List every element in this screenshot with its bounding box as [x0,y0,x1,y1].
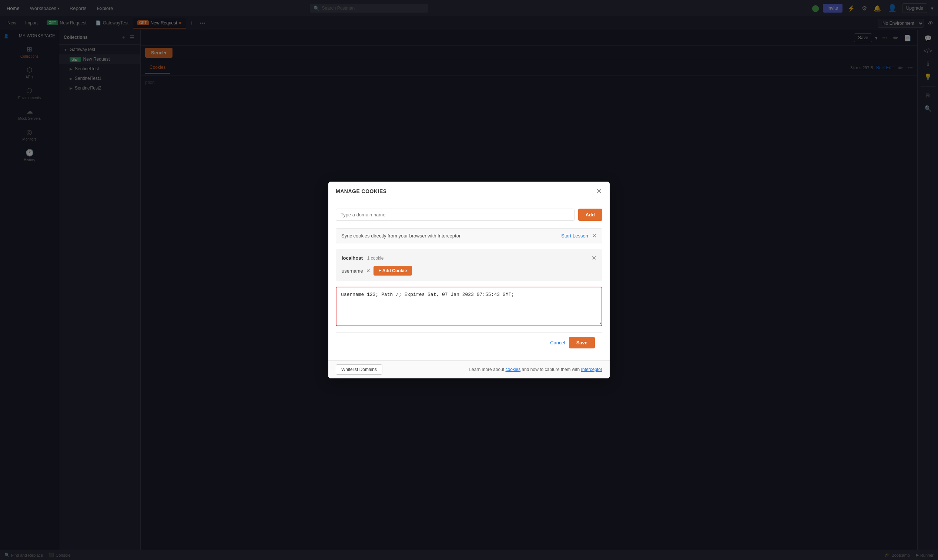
cookie-domain-section: localhost 1 cookie ✕ username ✕ + Add Co… [336,249,602,281]
whitelist-domains-button[interactable]: Whitelist Domains [336,364,383,375]
cancel-button[interactable]: Cancel [550,340,565,345]
save-cookie-button[interactable]: Save [569,337,595,348]
modal-action-footer: Cancel Save [336,332,602,353]
cookie-remove-button[interactable]: ✕ [366,268,370,274]
modal-overlay[interactable]: MANAGE COOKIES ✕ Add Sync cookies direct… [0,0,938,560]
cookie-name-label: username [342,268,363,274]
cookie-value-textarea[interactable]: username=123; Path=/; Expires=Sat, 07 Ja… [336,288,602,325]
sync-banner-text: Sync cookies directly from your browser … [341,233,460,238]
modal-title: MANAGE COOKIES [336,188,387,194]
sync-banner-actions: Start Lesson ✕ [561,232,597,239]
cookie-domain-info: localhost 1 cookie [342,255,384,261]
add-domain-button[interactable]: Add [578,209,602,221]
interceptor-link[interactable]: Interceptor [581,367,602,372]
cookies-link[interactable]: cookies [505,367,520,372]
modal-body: Add Sync cookies directly from your brow… [328,201,610,360]
learn-more-text: Learn more about cookies and how to capt… [469,367,602,372]
domain-input-row: Add [336,209,602,221]
manage-cookies-modal: MANAGE COOKIES ✕ Add Sync cookies direct… [328,182,610,378]
modal-close-button[interactable]: ✕ [596,188,602,195]
cookie-textarea-wrapper: username=123; Path=/; Expires=Sat, 07 Ja… [336,287,602,326]
cookie-domain-name: localhost [342,255,363,261]
add-cookie-button[interactable]: + Add Cookie [373,266,412,275]
modal-header: MANAGE COOKIES ✕ [328,182,610,201]
start-lesson-link[interactable]: Start Lesson [561,233,588,238]
sync-banner-close[interactable]: ✕ [592,232,597,239]
domain-name-input[interactable] [336,209,574,221]
cookie-domain-close-button[interactable]: ✕ [591,254,596,262]
cookie-domain-header: localhost 1 cookie ✕ [342,254,596,262]
cookie-entry-row: username ✕ + Add Cookie [342,266,596,275]
cookie-count: 1 cookie [367,255,384,261]
sync-banner: Sync cookies directly from your browser … [336,228,602,243]
modal-bottom-bar: Whitelist Domains Learn more about cooki… [328,360,610,378]
